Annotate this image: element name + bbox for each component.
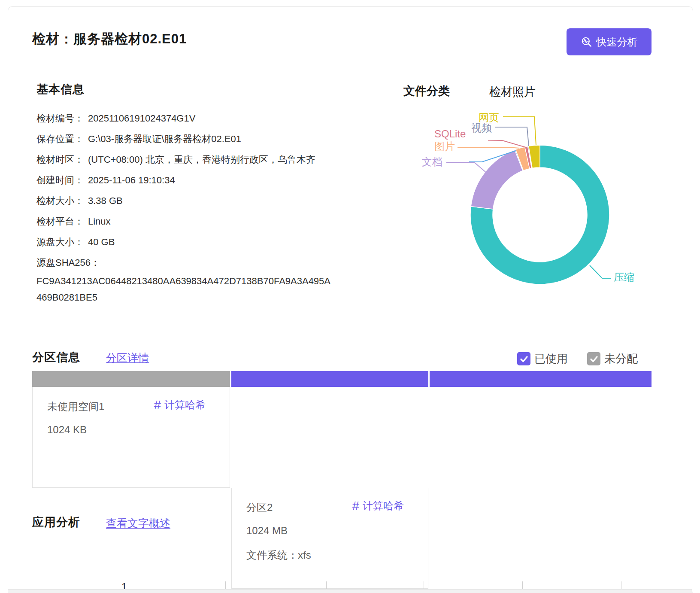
checkbox-unallocated-checked-icon[interactable]	[587, 352, 600, 365]
filter-used[interactable]: 已使用	[517, 351, 568, 366]
filter-unallocated-label: 未分配	[604, 351, 638, 366]
info-row-save-path: 保存位置：G:\03-服务器取证\服务器检材02.E01	[36, 129, 397, 149]
info-row-timezone: 检材时区：(UTC+08:00) 北京，重庆，香港特别行政区，乌鲁木齐	[36, 149, 397, 170]
info-value: 2025-11-06 19:10:34	[88, 175, 175, 186]
info-label: 创建时间：	[36, 174, 84, 187]
leader-line-SQLite	[488, 140, 526, 147]
compute-hash-link[interactable]: #计算哈希	[154, 398, 206, 412]
page-background: 检材：服务器检材02.E01 快速分析 基本信息 检材编号：2025110619…	[0, 0, 700, 593]
info-value: 40 GB	[88, 237, 115, 248]
partition-header-bar-unused	[32, 371, 230, 387]
cut-off-section-strip	[8, 589, 692, 593]
info-row-source-disk-size: 源盘大小：40 GB	[36, 232, 397, 252]
info-value: Linux	[88, 216, 111, 227]
text-overview-link[interactable]: 查看文字概述	[106, 516, 170, 530]
info-label: 检材大小：	[36, 195, 84, 207]
partition-name: 未使用空间1	[47, 400, 104, 414]
partition-size: 1024 MB	[246, 525, 288, 537]
info-label: 源盘大小：	[36, 236, 84, 249]
slice-label-SQLite: SQLite	[434, 128, 466, 140]
info-label: 检材时区：	[36, 153, 84, 166]
quick-analysis-label: 快速分析	[597, 35, 638, 49]
donut-slice-文档[interactable]	[471, 150, 523, 209]
basic-info-list: 检材编号：20251106191024374G1V 保存位置：G:\03-服务器…	[36, 108, 397, 306]
info-label: 检材平台：	[36, 215, 84, 228]
grid-tick	[424, 581, 424, 589]
info-label: 保存位置：	[36, 133, 84, 146]
file-classification-donut-chart: 压缩文档图片SQLite视频网页	[412, 106, 652, 292]
partition-card-unused: 未使用空间1 #计算哈希 1024 KB	[32, 387, 230, 488]
info-row-sha256-label: 源盘SHA256：	[36, 252, 397, 273]
hash-icon: #	[352, 500, 359, 512]
tab-evidence-photos[interactable]: 检材照片	[489, 84, 536, 100]
slice-label-网页: 网页	[479, 111, 499, 125]
partition-card-2: 分区2 #计算哈希 1024 MB 文件系统：xfs	[231, 488, 428, 589]
partition-header-bar-3	[430, 371, 652, 387]
grid-tick	[326, 581, 327, 589]
info-row-platform: 检材平台：Linux	[36, 211, 397, 232]
partition-size: 1024 KB	[47, 424, 87, 436]
partition-info-title: 分区信息	[32, 350, 80, 365]
grid-tick	[522, 581, 523, 589]
info-row-evidence-id: 检材编号：20251106191024374G1V	[36, 108, 397, 129]
hash-icon: #	[154, 399, 161, 411]
info-value: 20251106191024374G1V	[88, 113, 195, 124]
compute-hash-link[interactable]: #计算哈希	[352, 499, 404, 513]
pulse-magnifier-icon	[581, 36, 593, 48]
leader-line-图片	[458, 147, 519, 148]
grid-tick	[621, 581, 621, 589]
slice-label-文档: 文档	[422, 155, 442, 169]
partition-name: 分区2	[246, 501, 273, 514]
leader-line-网页	[503, 117, 536, 145]
partition-detail-link[interactable]: 分区详情	[106, 351, 149, 365]
page-title: 检材：服务器检材02.E01	[32, 30, 187, 48]
leader-line-压缩	[590, 265, 611, 278]
info-value: 3.38 GB	[88, 195, 123, 207]
info-value: G:\03-服务器取证\服务器检材02.E01	[88, 133, 241, 146]
slice-label-图片: 图片	[434, 140, 455, 153]
sha256-value: FC9A341213AC06448213480AA639834A472D7138…	[36, 273, 335, 306]
leader-line-文档	[446, 162, 489, 175]
quick-analysis-button[interactable]: 快速分析	[567, 28, 652, 55]
info-label: 源盘SHA256：	[36, 256, 100, 269]
grid-tick	[225, 581, 226, 589]
filter-unallocated[interactable]: 未分配	[587, 351, 638, 366]
app-analysis-title: 应用分析	[32, 514, 80, 530]
checkbox-used-checked-icon[interactable]	[517, 352, 530, 365]
tab-file-classification[interactable]: 文件分类	[403, 83, 450, 99]
partition-header-bar-2	[231, 371, 428, 387]
filter-used-label: 已使用	[534, 351, 568, 366]
basic-info-title: 基本信息	[36, 82, 85, 97]
info-row-created-time: 创建时间：2025-11-06 19:10:34	[36, 170, 397, 191]
info-label: 检材编号：	[36, 112, 84, 125]
info-value: (UTC+08:00) 北京，重庆，香港特别行政区，乌鲁木齐	[88, 153, 315, 166]
info-row-evidence-size: 检材大小：3.38 GB	[36, 191, 397, 211]
slice-label-压缩: 压缩	[614, 271, 634, 284]
partition-filesystem: 文件系统：xfs	[246, 547, 332, 563]
